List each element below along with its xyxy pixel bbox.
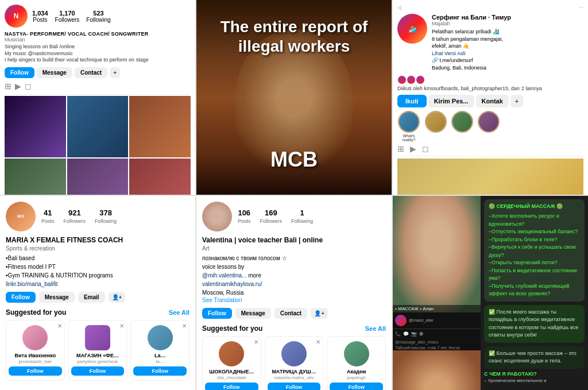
message-button[interactable]: Message [37,67,72,78]
suggested-name: МАТРИЦА ДУШ… [268,369,321,374]
photo-cell[interactable] [5,159,66,195]
meme-text-top: The entire report of illegal workers [196,17,392,56]
follow-button[interactable]: Follow [330,383,383,391]
photo-cell[interactable] [129,159,191,195]
profile-header: N 1,034 Posts 1,170 Followers 523 Follow… [5,5,191,28]
photo-cell[interactable] [129,96,191,157]
story-circle [425,111,447,133]
follow-button[interactable]: Follow [9,366,62,376]
bio: Singing lessons on Bali /online My music… [5,44,191,64]
reels-icon[interactable]: ▶ [410,144,416,153]
username: NASTYA- PERFORMER/ VOCAL COACH/ SONGWRIT… [5,31,191,37]
suggested-name: Вита Ивахненко [9,353,62,358]
profile-bio: Pelatihan selancar pribadi 🏄 8 tahun pen… [432,28,583,72]
follow-button[interactable]: Follow [205,383,258,391]
category: Art [202,245,386,252]
stats-row: 106 Posts 169 Followers 1 Following [238,208,313,224]
mini-avatar [395,315,407,326]
follow-button[interactable]: Follow [133,366,187,376]
close-button[interactable]: ✕ [57,323,62,329]
suggested-section: Suggested for you See All ✕ Вита Ивахнен… [6,308,189,381]
suggested-name: ШОКОЛАДНЫЕ… [205,369,258,374]
close-button[interactable]: ✕ [119,323,124,329]
suggested-avatar [85,325,110,350]
stats-row: 41 Posts 921 Followers 378 Following [41,208,117,224]
suggested-card: ✕ МАГАЗИН «ФЕ… partytime.genichesk Follo… [68,320,127,381]
photo-post[interactable]: MVIШ [397,159,583,195]
profile-row: @massi_alan [393,312,481,329]
close-button[interactable]: ✕ [254,339,258,345]
panel-instagram-valentina: 106 Posts 169 Followers 1 Following Vale… [196,196,392,391]
photo-cell[interactable] [5,96,66,157]
panel-instagram-nastya: N 1,034 Posts 1,170 Followers 523 Follow… [0,0,195,195]
story-item[interactable] [425,111,447,142]
follow-button[interactable]: Follow [6,292,36,303]
story-item[interactable] [451,111,473,142]
follow-button[interactable]: Follow [5,67,34,78]
add-button[interactable]: 👤+ [311,308,328,319]
category: Sports & recreation [6,245,189,252]
close-button[interactable]: ✕ [182,323,187,329]
profile-name: MARIA X FEMALE FITNESS COACH [6,236,189,244]
suggested-name: Академ [330,369,383,374]
photo-cell[interactable] [67,96,129,157]
follow-button[interactable]: Ikuti [397,95,427,107]
action-buttons: Follow Message Contact 👤+ [202,308,386,319]
follow-button[interactable]: Follow [71,366,125,376]
following-stat: 523 Following [86,10,110,23]
chat-section-1: ✅ После моего массажа ты попадёшь в глуб… [484,305,585,343]
suggested-avatar [22,325,48,350]
follow-button[interactable]: Follow [202,308,232,319]
suggested-title: Suggested for you [6,308,66,316]
add-button[interactable]: + [510,95,523,107]
story-item[interactable] [478,111,500,142]
contact-button[interactable]: Contact [274,308,307,319]
email-button[interactable]: Email [78,292,105,303]
suggested-handle: la… [133,359,187,364]
tag-icon[interactable]: ◻ [25,82,32,91]
story-circle [451,111,473,133]
action-buttons: Follow Message Email 👤+ [6,292,189,303]
profile-name: Valentina | voice teacher Bali | online [202,236,386,244]
follow-button[interactable]: Follow [268,383,321,391]
suggested-handle: partytime.genichesk [71,359,125,364]
see-all-link[interactable]: See All [365,325,386,332]
person-background: • МАССАЖ • Алан [393,196,481,312]
suggested-handle: popsingir [330,375,383,380]
contact-button[interactable]: Contact [75,67,107,78]
top-bar: ◁ ··· [397,5,583,10]
stories-row: What's reality? [397,111,583,142]
suggested-avatar [219,341,244,366]
see-all-link[interactable]: See All [169,309,189,316]
story-item[interactable]: What's reality? [397,111,420,142]
profile-link[interactable]: linkr.bio/maria_balifit [6,281,189,287]
action-row: 📞 💬 📷 ⚙ [393,329,481,339]
panel-massage: • МАССАЖ • Алан @massi_alan 📞 💬 📷 ⚙ @mas… [393,196,588,391]
suggested-handle: prostobarbi_hair [9,359,62,364]
following-stat: 1 Following [291,208,313,224]
see-translation[interactable]: See Translation [202,297,386,303]
close-button[interactable]: ✕ [316,339,320,345]
bottom-photo[interactable] [393,350,481,390]
contact-button[interactable]: Kontak [476,95,509,107]
profile-desc: Тайский массаж, стаж 7 лет, Инста [393,345,481,350]
stats-row: 1,034 Posts 1,170 Followers 523 Followin… [32,10,111,23]
liked-by: Diikuti oleh kmssurfboards, bali_photogr… [397,75,583,91]
message-button[interactable]: Message [235,308,271,319]
tag-icon[interactable]: ◻ [422,144,429,153]
grid-icon[interactable]: ⊞ [397,144,404,153]
grid-icon[interactable]: ⊞ [5,82,11,91]
reels-icon[interactable]: ▶ [15,82,21,91]
bio: •Bali based •Fitness model I PT •Gym TRA… [6,254,189,280]
message-button[interactable]: Message [39,292,75,303]
more-button[interactable]: + [110,67,120,78]
add-button[interactable]: 👤+ [109,292,126,303]
message-button[interactable]: Kirim Pes... [428,95,474,107]
photo-cell[interactable] [67,159,129,195]
liked-avatar [397,75,407,84]
suggested-card: ✕ МАТРИЦА ДУШ… natasha.matrix_otiv Follo… [265,336,324,391]
grid-icons-row: ⊞ ▶ ◻ [397,144,583,156]
suggested-section: Suggested for you See All ✕ ШОКОЛАДНЫЕ… … [202,325,386,391]
posts-stat: 41 Posts [41,208,55,224]
suggested-avatar [344,341,369,366]
